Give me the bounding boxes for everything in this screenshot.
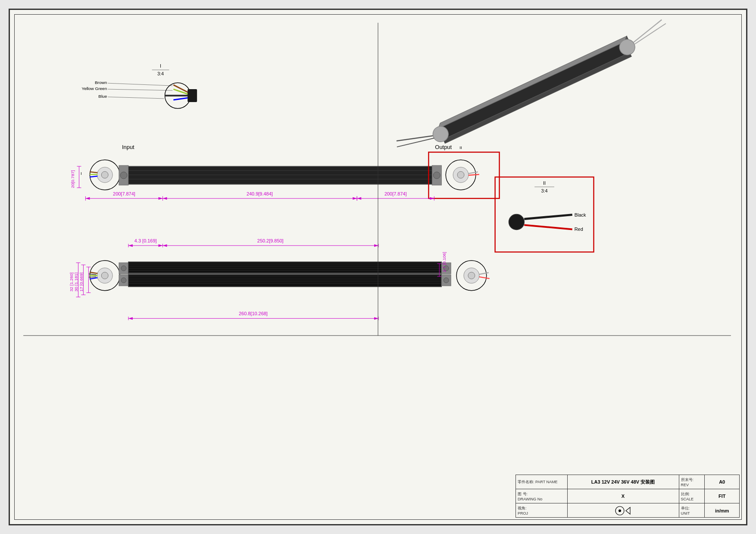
svg-marker-112 <box>163 244 167 247</box>
svg-marker-58 <box>163 197 167 200</box>
svg-line-45 <box>469 174 479 175</box>
svg-line-6 <box>630 20 665 43</box>
isometric-view <box>394 17 672 162</box>
svg-line-8 <box>397 126 433 151</box>
svg-text:I: I <box>81 171 82 176</box>
svg-line-78 <box>89 277 96 277</box>
svg-point-73 <box>101 272 108 279</box>
drawing-no-value: X <box>622 494 625 499</box>
svg-line-30 <box>90 172 97 173</box>
svg-text:Red: Red <box>575 227 583 232</box>
svg-line-143 <box>524 225 572 229</box>
svg-text:Input: Input <box>122 144 134 150</box>
svg-text:I: I <box>160 63 161 68</box>
svg-point-29 <box>101 171 108 178</box>
svg-line-74 <box>90 272 97 273</box>
title-block: 零件名称: PART NAME LA3 12V 24V 36V 48V 安装图 … <box>515 475 740 518</box>
proj-label: 视角:PROJ <box>518 506 565 515</box>
svg-text:20[0.787]: 20[0.787] <box>70 170 75 188</box>
svg-text:4.3 [0.169]: 4.3 [0.169] <box>134 238 157 243</box>
bottom-view <box>89 261 489 291</box>
svg-text:260.8[10.268]: 260.8[10.268] <box>239 311 268 316</box>
svg-point-82 <box>121 278 126 283</box>
svg-text:17 [0.669]: 17 [0.669] <box>79 272 84 291</box>
svg-point-81 <box>121 266 126 271</box>
svg-text:200[7.874]: 200[7.874] <box>384 191 407 196</box>
part-name-label: 零件名称: PART NAME <box>518 479 565 485</box>
svg-text:32 [1.260]: 32 [1.260] <box>69 272 74 291</box>
svg-text:30 [1.181]: 30 [1.181] <box>74 272 79 291</box>
scale-label: 比例:SCALE <box>681 491 703 501</box>
svg-text:200[7.874]: 200[7.874] <box>113 191 135 196</box>
svg-rect-83 <box>128 262 441 273</box>
svg-marker-2 <box>436 36 628 129</box>
connector-detail-i: I 3:4 Brown Yellow Green Blue <box>81 63 197 109</box>
svg-marker-64 <box>357 197 361 200</box>
connector-detail-ii: II 3:4 Black Red <box>495 177 594 252</box>
svg-point-100 <box>468 272 475 279</box>
svg-text:240.9[9.484]: 240.9[9.484] <box>247 191 273 196</box>
svg-rect-84 <box>128 275 441 287</box>
svg-text:2.7 [0.106]: 2.7 [0.106] <box>442 252 447 272</box>
svg-marker-53 <box>159 197 163 200</box>
svg-text:II: II <box>543 180 546 186</box>
svg-text:Yellow Green: Yellow Green <box>81 86 107 91</box>
svg-marker-107 <box>159 244 163 247</box>
svg-line-76 <box>90 278 97 279</box>
svg-rect-1 <box>443 53 631 143</box>
svg-text:Blue: Blue <box>98 94 107 99</box>
svg-point-40 <box>433 172 440 179</box>
svg-rect-0 <box>438 42 630 140</box>
svg-rect-18 <box>187 89 197 102</box>
svg-text:Black: Black <box>575 212 586 217</box>
rev-value: A0 <box>719 479 725 484</box>
svg-point-38 <box>120 172 127 179</box>
svg-marker-118 <box>128 317 133 320</box>
svg-point-141 <box>509 214 524 230</box>
svg-text:II: II <box>459 145 462 150</box>
svg-line-9 <box>397 131 434 154</box>
svg-line-142 <box>524 215 572 219</box>
front-view: I Input <box>81 144 500 198</box>
drawing-no-label: 图 号:DRAWING No <box>518 491 565 501</box>
svg-rect-33 <box>120 166 433 184</box>
svg-marker-59 <box>353 197 357 200</box>
svg-marker-106 <box>128 244 133 247</box>
svg-marker-65 <box>430 197 434 200</box>
svg-point-97 <box>444 278 449 283</box>
drawing-area: I 3:4 Brown Yellow Green Blue <box>9 9 747 525</box>
svg-text:250.2[9.850]: 250.2[9.850] <box>257 238 284 243</box>
svg-line-22 <box>108 89 172 90</box>
rev-label: 所末号:REV <box>681 477 703 487</box>
svg-line-102 <box>479 277 490 279</box>
svg-line-20 <box>108 83 172 86</box>
svg-point-149 <box>619 509 621 512</box>
unit-label: 单位:UNIT <box>681 506 703 515</box>
svg-text:3:4: 3:4 <box>541 188 547 193</box>
svg-line-7 <box>632 24 668 44</box>
scale-value: FIT <box>719 494 726 499</box>
svg-line-32 <box>90 176 97 177</box>
svg-text:Brown: Brown <box>95 80 107 85</box>
svg-point-43 <box>457 171 464 178</box>
svg-marker-52 <box>85 197 90 200</box>
svg-marker-150 <box>626 507 630 514</box>
svg-line-24 <box>108 97 164 99</box>
svg-text:3:4: 3:4 <box>157 71 164 76</box>
svg-line-44 <box>469 172 478 174</box>
svg-rect-85 <box>128 273 441 275</box>
svg-line-101 <box>479 273 489 274</box>
part-name-value: LA3 12V 24V 36V 48V 安装图 <box>591 479 655 485</box>
svg-text:Output: Output <box>435 144 452 150</box>
svg-line-17 <box>173 98 188 100</box>
unit-value: in/mm <box>715 508 729 513</box>
